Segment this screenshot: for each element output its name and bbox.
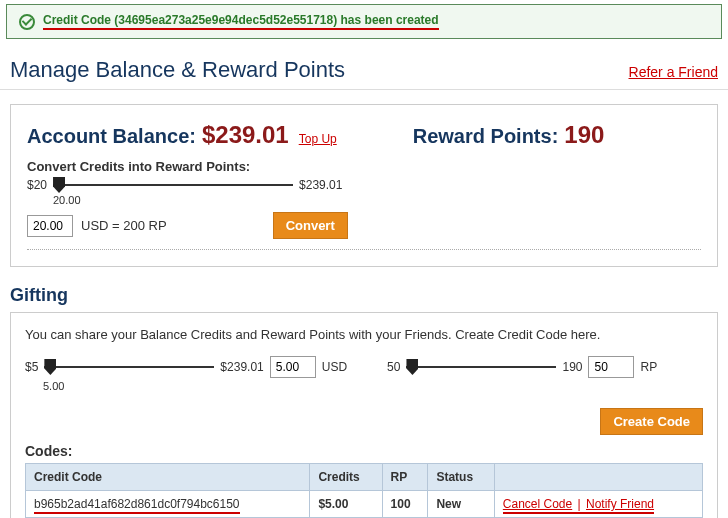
th-actions <box>494 464 702 491</box>
credits-cell: $5.00 <box>318 497 348 511</box>
convert-eq-text: USD = 200 RP <box>81 218 167 233</box>
usd-unit: USD <box>322 360 347 374</box>
convert-slider[interactable] <box>53 184 293 186</box>
alert-text: Credit Code (34695ea273a25e9e94dec5d52e5… <box>43 13 439 30</box>
th-code: Credit Code <box>26 464 310 491</box>
balance-label: Account Balance: <box>27 125 196 148</box>
reward-points-label: Reward Points: <box>413 125 559 148</box>
codes-table: Credit Code Credits RP Status b965b2ad41… <box>25 463 703 518</box>
balance-amount: $239.01 <box>202 121 289 149</box>
refer-friend-link[interactable]: Refer a Friend <box>629 64 718 80</box>
rp-input[interactable] <box>588 356 634 378</box>
reward-points-amount: 190 <box>564 121 604 149</box>
convert-amount-input[interactable] <box>27 215 73 237</box>
gifting-heading: Gifting <box>10 285 718 306</box>
page-header: Manage Balance & Reward Points Refer a F… <box>0 57 728 90</box>
balance-panel: Account Balance: $239.01 Top Up Reward P… <box>10 104 718 267</box>
gift-rp-col: 50 190 RP <box>387 356 657 380</box>
convert-label: Convert Credits into Reward Points: <box>27 159 701 174</box>
usd-slider-max: $239.01 <box>220 360 263 374</box>
slider-handle-icon[interactable] <box>53 177 65 193</box>
th-rp: RP <box>382 464 428 491</box>
notify-friend-link[interactable]: Notify Friend <box>586 497 654 511</box>
success-alert: Credit Code (34695ea273a25e9e94dec5d52e5… <box>6 4 722 39</box>
gift-sliders: $5 $239.01 USD 5.00 50 190 RP <box>25 356 703 398</box>
usd-slider[interactable] <box>44 366 214 368</box>
gift-usd-col: $5 $239.01 USD 5.00 <box>25 356 347 398</box>
convert-button[interactable]: Convert <box>273 212 348 239</box>
slider-handle-icon[interactable] <box>406 359 418 375</box>
create-row: Create Code <box>25 408 703 435</box>
rp-cell: 100 <box>391 497 411 511</box>
slider-handle-icon[interactable] <box>44 359 56 375</box>
gifting-intro: You can share your Balance Credits and R… <box>25 327 703 342</box>
rp-slider[interactable] <box>406 366 556 368</box>
th-credits: Credits <box>310 464 382 491</box>
slider-sub-value: 20.00 <box>53 194 701 206</box>
slider-max: $239.01 <box>299 178 342 192</box>
check-icon <box>19 14 35 30</box>
status-cell: New <box>436 497 461 511</box>
codes-heading: Codes: <box>25 443 703 459</box>
usd-slider-min: $5 <box>25 360 38 374</box>
cancel-code-link[interactable]: Cancel Code <box>503 497 572 511</box>
rp-slider-max: 190 <box>562 360 582 374</box>
create-code-button[interactable]: Create Code <box>600 408 703 435</box>
convert-controls: USD = 200 RP Convert <box>27 212 701 250</box>
slider-min: $20 <box>27 178 47 192</box>
convert-slider-row: $20 $239.01 <box>27 178 701 192</box>
th-status: Status <box>428 464 494 491</box>
gifting-panel: You can share your Balance Credits and R… <box>10 312 718 518</box>
table-row: b965b2ad41af682d861dc0f794bc6150 $5.00 1… <box>26 491 703 518</box>
code-cell: b965b2ad41af682d861dc0f794bc6150 <box>34 497 240 514</box>
usd-input[interactable] <box>270 356 316 378</box>
rp-unit: RP <box>640 360 657 374</box>
action-separator: | <box>578 497 581 511</box>
page-title: Manage Balance & Reward Points <box>10 57 345 83</box>
top-up-link[interactable]: Top Up <box>299 132 337 146</box>
balance-row: Account Balance: $239.01 Top Up Reward P… <box>27 121 701 149</box>
usd-sub: 5.00 <box>43 380 347 392</box>
rp-slider-min: 50 <box>387 360 400 374</box>
